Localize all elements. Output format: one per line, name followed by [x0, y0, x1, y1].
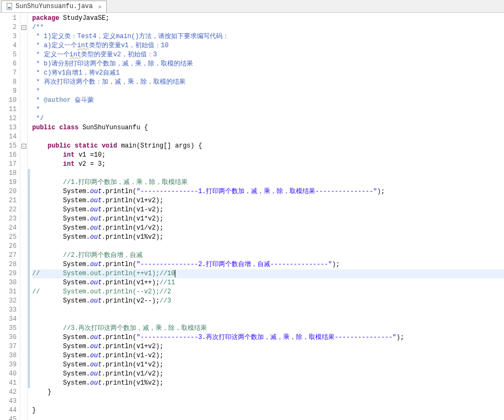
code-line[interactable]: System.out.println("---------------3.再次打…: [32, 333, 504, 342]
code-line[interactable]: System.out.println("---------------2.打印两…: [32, 260, 504, 269]
code-line[interactable]: [32, 315, 504, 324]
line-number[interactable]: 20: [0, 187, 20, 196]
code-line[interactable]: // System.out.println(++v1);//10: [32, 269, 504, 278]
code-line[interactable]: * 1)定义类：Test4，定义main()方法，请按如下要求编写代码：: [32, 32, 504, 41]
line-number[interactable]: 14: [0, 132, 20, 142]
code-line[interactable]: /**: [32, 23, 504, 32]
code-line[interactable]: public class SunShuYunsuanfu {: [32, 123, 504, 132]
line-number[interactable]: 33: [0, 306, 20, 315]
code-line[interactable]: *: [32, 87, 504, 96]
line-number[interactable]: 28: [0, 260, 20, 269]
line-number[interactable]: 8: [0, 78, 20, 87]
line-number[interactable]: 3: [0, 32, 20, 41]
tab-file[interactable]: SunShuYunsuanfu.java ✕: [1, 1, 107, 12]
code-line[interactable]: //1.打印两个数加，减，乘，除，取模结果: [32, 178, 504, 187]
code-line[interactable]: [32, 306, 504, 315]
code-line[interactable]: System.out.println("---------------1.打印两…: [32, 187, 504, 196]
code-line[interactable]: * b)请分别打印这两个数加，减，乘，除，取模的结果: [32, 60, 504, 69]
line-number[interactable]: 44: [0, 406, 20, 415]
fold-cell[interactable]: −: [20, 142, 27, 151]
code-line[interactable]: // System.out.println(--v2);//2: [32, 288, 504, 297]
code-line[interactable]: package StudyJavaSE;: [32, 14, 504, 23]
line-number[interactable]: 27: [0, 251, 20, 260]
line-number[interactable]: 11: [0, 105, 20, 114]
code-line[interactable]: * 再次打印这两个数：加，减，乘，除，取模的结果: [32, 78, 504, 87]
line-number[interactable]: 17: [0, 160, 20, 169]
code-line[interactable]: * 定义一个int类型的变量v2，初始值：3: [32, 50, 504, 60]
line-number[interactable]: 9: [0, 87, 20, 96]
line-number[interactable]: 39: [0, 360, 20, 370]
code-line[interactable]: [32, 132, 504, 142]
code-line[interactable]: System.out.println(v1++);//11: [32, 278, 504, 288]
code-line[interactable]: System.out.println(v1+v2);: [32, 196, 504, 205]
line-number[interactable]: 1: [0, 14, 20, 23]
line-number[interactable]: 16: [0, 151, 20, 160]
fold-column[interactable]: −−: [20, 13, 28, 420]
line-number-gutter[interactable]: 1234567891011121314151617181920212223242…: [0, 13, 20, 420]
code-line[interactable]: int v2 = 3;: [32, 160, 504, 169]
line-number[interactable]: 26: [0, 242, 20, 251]
code-line[interactable]: //2.打印两个数自增，自减: [32, 251, 504, 260]
line-number[interactable]: 21: [0, 196, 20, 205]
code-line[interactable]: System.out.println(v1-v2);: [32, 351, 504, 360]
fold-collapse-icon[interactable]: −: [21, 25, 26, 30]
line-number[interactable]: 15: [0, 142, 20, 151]
code-line[interactable]: *: [32, 105, 504, 114]
code-line[interactable]: [32, 242, 504, 251]
line-number[interactable]: 22: [0, 205, 20, 215]
line-number[interactable]: 23: [0, 215, 20, 224]
line-number[interactable]: 30: [0, 278, 20, 288]
line-number[interactable]: 45: [0, 415, 20, 420]
code-line[interactable]: public static void main(String[] args) {: [32, 142, 504, 151]
code-line[interactable]: System.out.println(v1-v2);: [32, 205, 504, 215]
code-line[interactable]: * @author 奋斗蒙: [32, 96, 504, 105]
code-line[interactable]: [32, 415, 504, 420]
line-number[interactable]: 25: [0, 233, 20, 242]
code-line[interactable]: [32, 397, 504, 406]
code-line[interactable]: [32, 169, 504, 178]
line-number[interactable]: 41: [0, 379, 20, 388]
code-line[interactable]: System.out.println(v1*v2);: [32, 215, 504, 224]
line-number[interactable]: 38: [0, 351, 20, 360]
line-number[interactable]: 10: [0, 96, 20, 105]
line-number[interactable]: 32: [0, 297, 20, 306]
code-line[interactable]: * c)将v1自增1，将v2自减1: [32, 69, 504, 78]
line-number[interactable]: 37: [0, 342, 20, 351]
code-line[interactable]: }: [32, 406, 504, 415]
code-line[interactable]: System.out.println(v1%v2);: [32, 233, 504, 242]
line-number[interactable]: 5: [0, 50, 20, 60]
line-number[interactable]: 36: [0, 333, 20, 342]
code-line[interactable]: */: [32, 114, 504, 123]
code-line[interactable]: }: [32, 388, 504, 397]
fold-collapse-icon[interactable]: −: [21, 144, 26, 149]
line-number[interactable]: 34: [0, 315, 20, 324]
line-number[interactable]: 19: [0, 178, 20, 187]
code-line[interactable]: System.out.println(v1/v2);: [32, 370, 504, 379]
code-line[interactable]: System.out.println(v2--);//3: [32, 297, 504, 306]
code-line[interactable]: int v1 =10;: [32, 151, 504, 160]
line-number[interactable]: 31: [0, 288, 20, 297]
line-number[interactable]: 35: [0, 324, 20, 333]
code-line[interactable]: System.out.println(v1/v2);: [32, 224, 504, 233]
svg-rect-0: [7, 3, 12, 10]
line-number[interactable]: 24: [0, 224, 20, 233]
line-number[interactable]: 12: [0, 114, 20, 123]
line-number[interactable]: 2: [0, 23, 20, 32]
line-number[interactable]: 42: [0, 388, 20, 397]
close-icon[interactable]: ✕: [98, 3, 102, 10]
code-line[interactable]: * a)定义一个int类型的变量v1，初始值：10: [32, 41, 504, 50]
code-area[interactable]: package StudyJavaSE;/** * 1)定义类：Test4，定义…: [30, 13, 504, 420]
line-number[interactable]: 13: [0, 123, 20, 132]
line-number[interactable]: 40: [0, 370, 20, 379]
code-line[interactable]: System.out.println(v1+v2);: [32, 342, 504, 351]
line-number[interactable]: 7: [0, 69, 20, 78]
line-number[interactable]: 43: [0, 397, 20, 406]
code-line[interactable]: System.out.println(v1*v2);: [32, 360, 504, 370]
line-number[interactable]: 29: [0, 269, 20, 278]
code-line[interactable]: //3.再次打印这两个数加，减，乘，除，取模结果: [32, 324, 504, 333]
line-number[interactable]: 6: [0, 60, 20, 69]
line-number[interactable]: 4: [0, 41, 20, 50]
code-line[interactable]: System.out.println(v1%v2);: [32, 379, 504, 388]
fold-cell[interactable]: −: [20, 23, 27, 32]
line-number[interactable]: 18: [0, 169, 20, 178]
